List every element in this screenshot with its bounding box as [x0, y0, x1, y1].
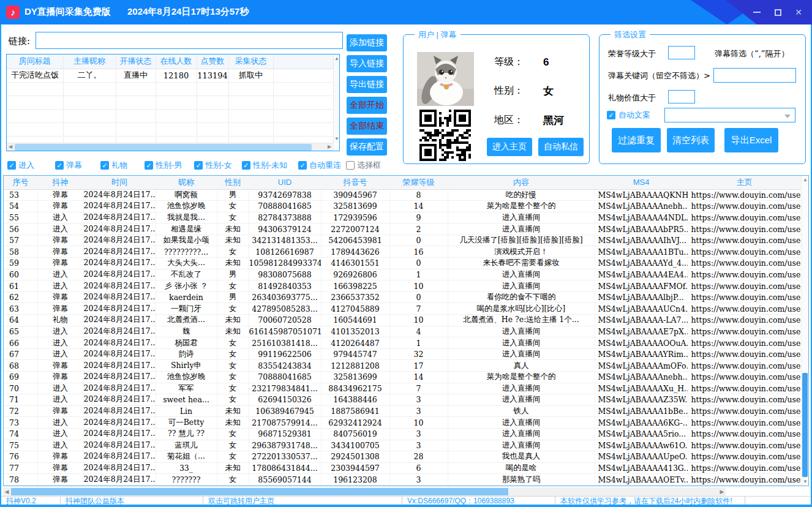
gift-value-input[interactable]: [668, 90, 695, 103]
import-links-button[interactable]: 导入链接: [347, 55, 387, 72]
export-excel-button[interactable]: 导出Excel: [724, 128, 778, 152]
table-row[interactable]: 64礼物2024年8月24日17...北麓煮酒...未知700607205281…: [4, 315, 802, 326]
auto-dm-button[interactable]: 自动私信: [538, 138, 584, 156]
table-row[interactable]: 58弹幕2024年8月24日17...?????????...女10812661…: [4, 246, 802, 258]
auto-copy-dropdown[interactable]: [664, 108, 795, 122]
room-col-header[interactable]: 开播状态: [116, 54, 156, 69]
table-cell: 74: [4, 428, 37, 440]
keyword-input[interactable]: [713, 68, 796, 83]
main-col-header[interactable]: 主页: [688, 176, 802, 189]
scroll-left-icon[interactable]: ◀: [7, 143, 13, 150]
table-row[interactable]: 66进入2024年8月24日17...杨国君女251610381418...41…: [4, 337, 802, 349]
table-row[interactable]: 55进入2024年8月24日17...我就是我...女8278437388817…: [4, 212, 802, 223]
main-col-header[interactable]: 昵称: [156, 176, 217, 189]
table-cell: 2924501308: [321, 451, 389, 463]
table-row[interactable]: 63弹幕2024年8月24日17...一颗门牙女427895085283...4…: [4, 303, 802, 315]
main-col-header[interactable]: 抖神: [37, 176, 83, 189]
table-cell: 女: [217, 348, 249, 360]
checkbox-gender-unknown[interactable]: ✓性别-未知: [242, 160, 287, 171]
checkbox-danmu[interactable]: ✓弹幕: [55, 160, 82, 171]
open-homepage-button[interactable]: 进入主页: [487, 138, 532, 156]
table-cell: 进入: [37, 348, 83, 360]
checkbox-label: 礼物: [111, 160, 127, 171]
checkbox-select-box[interactable]: 选择框: [346, 160, 381, 171]
filter-duplicates-button[interactable]: 过滤重复: [612, 128, 661, 152]
table-row[interactable]: 65进入2024年8月24日17...魏未知616145987051071410…: [4, 326, 802, 337]
room-row[interactable]: 干完活吃点饭二丫。直播中12180113194抓取中: [7, 69, 334, 82]
main-col-header[interactable]: 序号: [4, 176, 37, 189]
scrollbar-thumb[interactable]: [11, 488, 508, 495]
room-col-header[interactable]: 房间标题: [7, 54, 63, 69]
table-row[interactable]: 75进入2024年8月24日17...蓝琪儿女296387931748...34…: [4, 440, 802, 451]
table-row[interactable]: 67进入2024年8月24日17...韵诗女991196225069794457…: [4, 348, 802, 360]
room-col-header[interactable]: 点赞数: [197, 54, 228, 69]
table-row[interactable]: 70进入2024年8月24日17...军军女232179834841...884…: [4, 383, 802, 394]
main-col-header[interactable]: 时间: [83, 176, 156, 189]
table-row[interactable]: 53弹幕2024年8月24日17...啊窝额男93742697838390945…: [4, 189, 802, 201]
checkbox-gender-female[interactable]: ✓性别-女: [194, 160, 231, 171]
table-cell: 进入: [37, 337, 83, 349]
table-row[interactable]: 76弹幕2024年8月24日17...菊花姐（...女272201330537.…: [4, 451, 802, 463]
table-cell: 28: [389, 451, 448, 463]
keyword-label: 弹幕关键词（留空不筛选）>: [608, 70, 710, 81]
table-cell: 进入: [37, 280, 83, 292]
main-vertical-scrollbar[interactable]: ▲ ▼: [801, 176, 808, 486]
stop-all-button[interactable]: 全部结束: [347, 118, 387, 135]
table-row[interactable]: 72弹幕2024年8月24日17...Lin未知1063894679451887…: [4, 405, 802, 417]
checkbox-auto-reconnect[interactable]: ✓自动重连: [298, 160, 341, 171]
scrollbar-thumb[interactable]: [802, 373, 808, 477]
table-row[interactable]: 59弹幕2024年8月24日17...大头大头...未知105981284993…: [4, 258, 802, 269]
main-col-header[interactable]: 荣耀等级: [389, 176, 448, 189]
minimize-button[interactable]: [752, 7, 762, 17]
table-row[interactable]: 77弹幕2024年8月24日17...33_未知178086431844...2…: [4, 462, 802, 474]
add-link-button[interactable]: 添加链接: [347, 34, 387, 51]
table-cell: 2272007124: [321, 223, 389, 235]
table-row[interactable]: 57弹幕2024年8月24日17...如果我是小颂未知342131481353.…: [4, 235, 802, 246]
room-horizontal-scrollbar[interactable]: ◀ ▶: [7, 143, 333, 151]
room-vertical-scrollbar[interactable]: ▲ ▼: [333, 54, 339, 143]
start-all-button[interactable]: 全部开始: [347, 97, 387, 114]
main-col-header[interactable]: MS4: [595, 176, 688, 189]
table-row[interactable]: 69弹幕2024年8月24日17...池鱼惊岁晚女708880416853258…: [4, 372, 802, 383]
scroll-right-icon[interactable]: ▶: [718, 487, 726, 496]
room-col-header[interactable]: 在线人数: [156, 54, 197, 69]
table-row[interactable]: 54弹幕2024年8月24日17...池鱼惊岁晚女708880416853258…: [4, 201, 802, 212]
scroll-left-icon[interactable]: ◀: [3, 487, 10, 496]
close-button[interactable]: ✕: [794, 7, 803, 17]
main-col-header[interactable]: 抖音号: [321, 176, 389, 189]
table-row[interactable]: 71进入2024年8月24日17...sweet hea...女62694150…: [4, 394, 802, 406]
main-col-header[interactable]: UID: [249, 176, 321, 189]
main-col-header[interactable]: 内容: [448, 176, 595, 189]
scroll-up-icon[interactable]: ▲: [334, 55, 340, 62]
checkbox-box: ✓: [298, 161, 307, 170]
scrollbar-thumb[interactable]: [15, 144, 312, 151]
table-row[interactable]: 61进入2024年8月24日17...彡 张小张 ？女8149284035316…: [4, 280, 802, 292]
checkbox-enter[interactable]: ✓进入: [7, 160, 34, 171]
table-cell: 2024年8月24日17...: [83, 337, 156, 349]
scroll-right-icon[interactable]: ▶: [326, 143, 333, 150]
table-cell: 69: [4, 372, 37, 383]
auto-copy-checkbox[interactable]: ✓ 自动文案: [607, 110, 650, 121]
clear-list-button[interactable]: 清空列表: [667, 128, 715, 152]
room-col-header[interactable]: 主播昵称: [63, 54, 116, 69]
room-col-header[interactable]: 采集状态: [228, 54, 273, 69]
link-input[interactable]: [36, 32, 343, 49]
export-links-button[interactable]: 导出链接: [347, 76, 387, 93]
scroll-up-icon[interactable]: ▲: [802, 176, 809, 183]
main-col-header[interactable]: 性别: [217, 176, 249, 189]
checkbox-gender-male[interactable]: ✓性别-男: [145, 160, 182, 171]
table-row[interactable]: 56进入2024年8月24日17...相遇是缘未知943063791242272…: [4, 223, 802, 235]
table-row[interactable]: 60进入2024年8月24日17...不乱改了男9830807568892692…: [4, 269, 802, 280]
maximize-button[interactable]: [773, 7, 783, 17]
table-row[interactable]: 62弹幕2024年8月24日17...kaerdein男263403693775…: [4, 291, 802, 303]
save-config-button[interactable]: 保存配置: [347, 138, 387, 156]
scroll-down-icon[interactable]: ▼: [802, 478, 809, 485]
scroll-down-icon[interactable]: ▼: [334, 135, 340, 142]
honor-level-input[interactable]: [668, 46, 695, 59]
table-row[interactable]: 74进入2024年8月24日17...?? 慧儿 ??女968715293818…: [4, 428, 802, 440]
table-row[interactable]: 73进入2024年8月24日17...可一Betty未知217087579914…: [4, 417, 802, 429]
main-horizontal-scrollbar[interactable]: ◀ ▶: [3, 487, 726, 496]
table-row[interactable]: 68弹幕2024年8月24日17...Shirly申女8355424383412…: [4, 360, 802, 372]
checkbox-gift[interactable]: ✓礼物: [100, 160, 127, 171]
table-row[interactable]: 78弹幕2024年8月24日17...???????女8556905714419…: [4, 474, 802, 486]
